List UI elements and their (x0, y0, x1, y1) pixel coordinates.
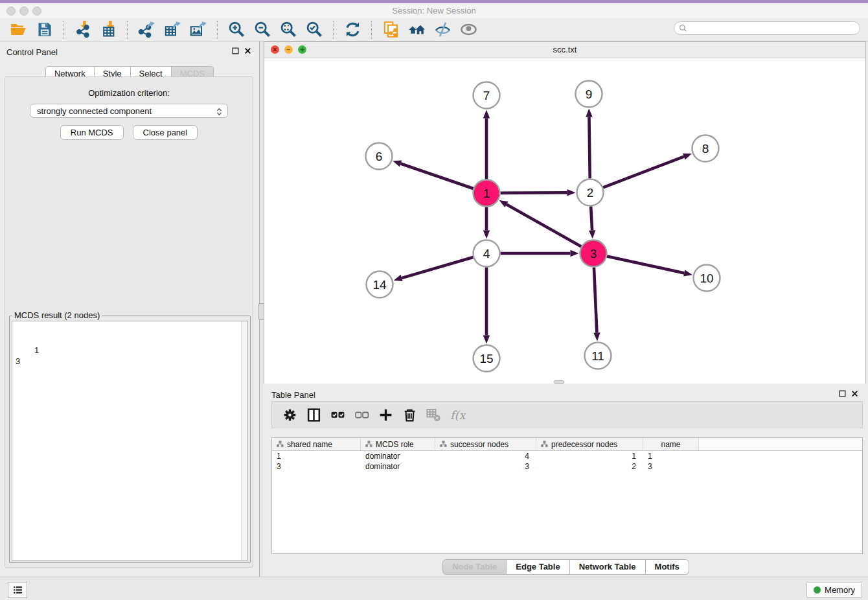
network-maximize-icon[interactable] (298, 45, 306, 54)
window-zoom-button[interactable] (32, 6, 41, 16)
table-float-panel-icon[interactable] (838, 389, 847, 398)
export-image-button[interactable] (185, 19, 211, 40)
table-row[interactable]: 3dominator323 (272, 461, 862, 472)
unselect-all-columns-button[interactable] (350, 403, 374, 426)
column-header-successor-nodes[interactable]: successor nodes (435, 438, 536, 450)
create-column-button[interactable] (374, 403, 398, 426)
zoom-fit-button[interactable] (275, 19, 301, 40)
float-panel-icon[interactable] (231, 47, 240, 55)
svg-text:f(x): f(x) (450, 408, 466, 421)
graph-edge-2-8[interactable] (603, 154, 692, 188)
tree-icon (541, 441, 548, 448)
cell[interactable]: 1 (272, 451, 361, 461)
graph-node-2[interactable]: 2 (577, 179, 604, 206)
column-header-shared-name[interactable]: shared name (272, 438, 361, 450)
graph-node-1[interactable]: 1 (474, 180, 500, 207)
table-options-button[interactable] (278, 403, 302, 426)
graph-edge-4-15[interactable] (483, 268, 490, 344)
column-header-name[interactable]: name (643, 438, 699, 450)
zoom-in-button[interactable] (223, 19, 249, 40)
graph-edge-2-9[interactable] (586, 108, 592, 178)
import-table-button[interactable] (95, 19, 121, 40)
graph-edge-1-6[interactable] (393, 161, 473, 189)
graph-edge-3-1[interactable] (499, 200, 582, 246)
graph-edge-1-4[interactable] (483, 207, 490, 239)
graph-edge-3-10[interactable] (607, 257, 692, 277)
zoom-selected-button[interactable] (301, 19, 327, 40)
close-panel-button[interactable]: Close panel (133, 125, 198, 140)
cell[interactable]: dominator (361, 461, 435, 472)
clone-network-button[interactable] (378, 19, 404, 40)
graph-edge-4-3[interactable] (501, 250, 579, 257)
tab-edge-table[interactable]: Edge Table (507, 559, 569, 575)
cell[interactable]: 4 (435, 451, 536, 461)
cell[interactable]: dominator (361, 451, 435, 461)
column-header-MCDS-role[interactable]: MCDS role (361, 438, 435, 450)
graph-node-7[interactable]: 7 (474, 82, 500, 109)
zoom-out-button[interactable] (249, 19, 275, 40)
tab-network-table[interactable]: Network Table (570, 559, 646, 575)
show-column-selector-button[interactable] (302, 403, 326, 426)
toolbar-separator (127, 21, 128, 39)
cell[interactable]: 1 (643, 451, 699, 461)
graph-node-14[interactable]: 14 (367, 271, 393, 298)
svg-text:14: 14 (372, 278, 387, 292)
search-field[interactable] (674, 21, 860, 35)
show-graphics-details-button[interactable] (455, 19, 481, 40)
graph-edge-4-14[interactable] (394, 257, 474, 281)
cell[interactable]: 3 (435, 461, 536, 472)
tree-icon (365, 441, 372, 448)
column-header-predecessor-nodes[interactable]: predecessor nodes (536, 438, 643, 450)
apply-layout-button[interactable] (339, 19, 365, 40)
export-table-button[interactable] (159, 19, 185, 40)
open-session-button[interactable] (5, 19, 31, 40)
plus-icon (378, 407, 394, 423)
save-session-button[interactable] (31, 19, 57, 40)
mcds-result-textarea[interactable]: 1 3 (12, 321, 248, 560)
graph-node-4[interactable]: 4 (474, 240, 500, 267)
graph-node-9[interactable]: 9 (576, 81, 602, 108)
developers-panel-button[interactable] (8, 582, 27, 598)
graph-node-3[interactable]: 3 (580, 240, 607, 267)
tab-node-table[interactable]: Node Table (442, 559, 507, 575)
graph-node-8[interactable]: 8 (692, 135, 719, 162)
network-close-icon[interactable] (271, 45, 279, 54)
cell[interactable]: 2 (536, 461, 643, 472)
optimization-criterion-select[interactable]: strongly connected component (30, 104, 228, 118)
export-network-button[interactable] (133, 19, 159, 40)
list-icon (12, 584, 23, 595)
graph-node-10[interactable]: 10 (694, 265, 720, 292)
tab-motifs[interactable]: Motifs (646, 559, 689, 575)
cell[interactable]: 1 (536, 451, 643, 461)
graph-edge-3-11[interactable] (593, 267, 600, 341)
search-input[interactable] (688, 23, 860, 34)
gear-icon (282, 407, 298, 423)
select-all-columns-button[interactable] (326, 403, 350, 426)
hide-selected-button[interactable] (429, 19, 455, 40)
network-view[interactable]: 1234678910111415 (264, 58, 865, 384)
toolbar-separator (333, 21, 334, 39)
table-body: 1dominator4113dominator323 (272, 451, 862, 472)
window-close-button[interactable] (6, 6, 16, 16)
first-neighbors-button[interactable] (404, 19, 429, 40)
window-minimize-button[interactable] (19, 6, 29, 16)
cell[interactable]: 3 (272, 461, 361, 472)
close-panel-icon[interactable] (244, 47, 252, 55)
table-close-panel-icon[interactable] (851, 389, 859, 398)
network-minimize-icon[interactable] (284, 45, 293, 54)
graph-node-11[interactable]: 11 (585, 343, 611, 369)
graph-edge-1-2[interactable] (500, 189, 575, 196)
home-pair-icon (408, 21, 426, 38)
memory-button[interactable]: Memory (806, 582, 862, 598)
graph-edge-2-3[interactable] (589, 206, 595, 238)
graph-node-15[interactable]: 15 (474, 345, 500, 372)
graph-edge-1-7[interactable] (483, 110, 490, 179)
cell[interactable]: 3 (643, 461, 699, 472)
import-network-button[interactable] (69, 19, 95, 40)
table-row[interactable]: 1dominator411 (272, 451, 862, 461)
run-mcds-button[interactable]: Run MCDS (60, 125, 124, 140)
result-scrollbar[interactable] (241, 321, 247, 560)
delete-columns-button[interactable] (398, 403, 422, 426)
memory-status-icon (814, 586, 821, 594)
graph-node-6[interactable]: 6 (366, 143, 393, 170)
